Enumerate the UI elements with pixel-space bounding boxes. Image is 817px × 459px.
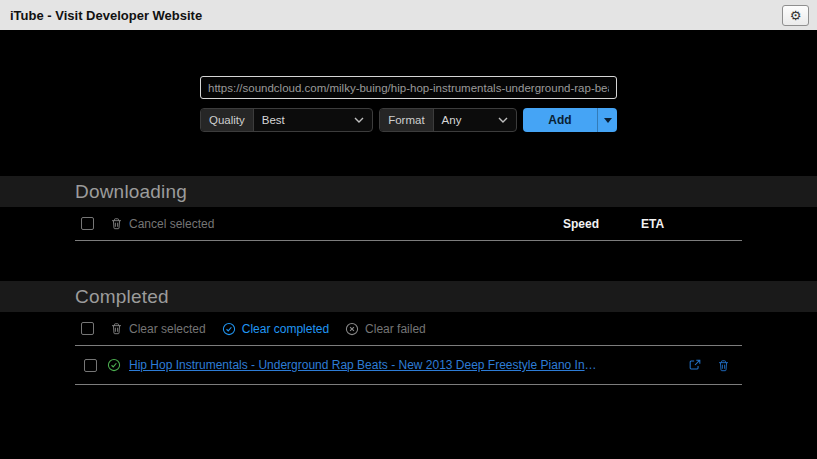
clear-selected-label: Clear selected — [129, 322, 206, 336]
divider — [75, 384, 742, 385]
downloading-toolbar: Cancel selected Speed ETA — [75, 207, 742, 240]
downloading-title: Downloading — [75, 181, 187, 203]
chevron-down-icon — [344, 117, 364, 123]
format-select[interactable]: Any — [434, 109, 516, 131]
cancel-selected-button[interactable]: Cancel selected — [110, 217, 214, 231]
completed-section-header: Completed — [0, 281, 817, 312]
url-input[interactable] — [200, 76, 617, 99]
caret-down-icon[interactable] — [597, 108, 617, 132]
format-label: Format — [380, 109, 433, 131]
open-external-button[interactable] — [688, 358, 702, 372]
clear-failed-button[interactable]: Clear failed — [345, 322, 426, 336]
downloading-section-body: Cancel selected Speed ETA — [75, 207, 742, 241]
completed-toolbar: Clear selected Clear completed Clear fai… — [75, 312, 742, 345]
completed-item-row: Hip Hop Instrumentals - Underground Rap … — [75, 346, 742, 384]
quality-label: Quality — [201, 109, 254, 131]
app-window: iTube - Visit Developer Website ⚙ Qualit… — [0, 0, 817, 459]
speed-column-header: Speed — [563, 217, 599, 231]
clear-completed-label: Clear completed — [242, 322, 329, 336]
item-actions — [688, 358, 730, 372]
check-circle-icon — [222, 322, 236, 336]
chevron-down-icon — [488, 117, 508, 123]
quality-group: Quality Best — [200, 108, 373, 132]
cancel-selected-label: Cancel selected — [129, 217, 214, 231]
clear-completed-button[interactable]: Clear completed — [222, 322, 329, 336]
clear-failed-label: Clear failed — [365, 322, 426, 336]
success-check-circle-icon — [107, 358, 121, 372]
quality-select[interactable]: Best — [254, 109, 372, 131]
clear-selected-button[interactable]: Clear selected — [110, 322, 206, 336]
format-group: Format Any — [379, 108, 516, 132]
download-form: Quality Best Format Any Add — [200, 76, 617, 132]
item-checkbox[interactable] — [84, 359, 97, 372]
delete-item-button[interactable] — [717, 359, 730, 372]
completed-section-body: Clear selected Clear completed Clear fai… — [75, 312, 742, 385]
downloading-select-all-checkbox[interactable] — [81, 217, 94, 230]
trash-icon — [110, 322, 123, 335]
settings-button[interactable]: ⚙ — [782, 5, 809, 26]
eta-column-header: ETA — [641, 217, 664, 231]
downloading-section-header: Downloading — [0, 176, 817, 207]
window-title: iTube - Visit Developer Website — [10, 8, 202, 23]
format-value: Any — [442, 114, 488, 126]
divider — [75, 240, 742, 241]
gear-icon: ⚙ — [790, 9, 802, 22]
completed-title: Completed — [75, 286, 169, 308]
add-button[interactable]: Add — [523, 108, 617, 132]
trash-icon — [717, 359, 730, 372]
completed-item-link[interactable]: Hip Hop Instrumentals - Underground Rap … — [129, 358, 599, 372]
x-circle-icon — [345, 322, 359, 336]
external-link-icon — [688, 358, 702, 372]
titlebar: iTube - Visit Developer Website ⚙ — [0, 0, 817, 31]
add-button-label: Add — [523, 113, 597, 127]
quality-value: Best — [262, 114, 344, 126]
controls-row: Quality Best Format Any Add — [200, 108, 617, 132]
trash-icon — [110, 217, 123, 230]
completed-select-all-checkbox[interactable] — [81, 322, 94, 335]
